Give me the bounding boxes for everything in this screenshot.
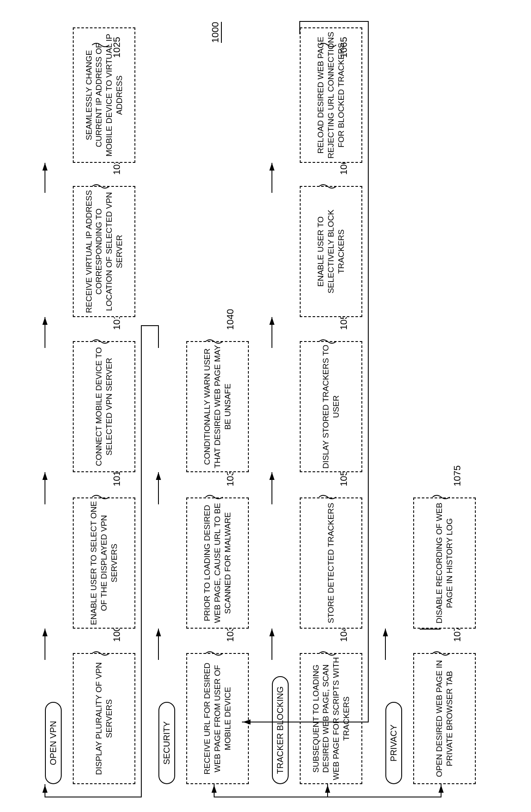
connectors-layer bbox=[0, 0, 531, 812]
diagram-page: 1000 FIG. 2 OPEN VPN DISPLAY PLURALITY O… bbox=[0, 0, 531, 812]
